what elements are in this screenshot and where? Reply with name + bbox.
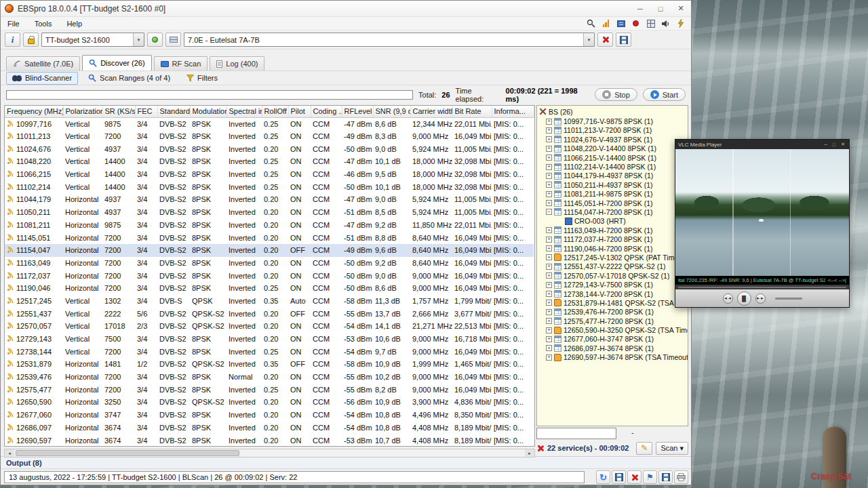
expand-icon[interactable]: + (546, 327, 552, 333)
device-status-button[interactable] (147, 33, 163, 47)
close-button[interactable]: ✕ (671, 1, 691, 16)
vlc-title-bar[interactable]: VLC Media Player ─ □ ✕ (675, 140, 849, 149)
transponder-item[interactable]: +12677,060-H-3747 8PSK (1) (539, 335, 688, 344)
transponder-item[interactable]: +12650,590-H-3250 QPSK-S2 (TSA Timeout) (539, 325, 688, 334)
transponder-row[interactable]: 11154,047Horizontal72003/4DVB-S28PSKInve… (5, 244, 534, 257)
vlc-minimize-icon[interactable]: ─ (823, 142, 829, 147)
transponder-item[interactable]: +10997,716-V-9875 8PSK (1) (539, 117, 688, 125)
expand-icon[interactable]: + (546, 309, 552, 315)
transponder-row[interactable]: 11102,214Vertical144003/4DVB-S28PSKInver… (5, 180, 534, 193)
column-header[interactable]: RollOff (262, 106, 288, 117)
transponder-item[interactable]: +12729,143-V-7500 8PSK (1) (539, 280, 688, 289)
column-header[interactable]: Informa... (492, 106, 534, 117)
expand-icon[interactable]: + (546, 291, 552, 297)
search-icon[interactable] (586, 18, 596, 28)
transponder-row[interactable]: 10997,716Vertical98753/4DVB-S28PSKInvert… (5, 117, 534, 130)
scrollbar-thumb[interactable] (16, 450, 239, 456)
menu-file[interactable]: File (6, 18, 21, 29)
transponder-item[interactable]: +11190,046-H-7200 8PSK (1) (539, 244, 688, 253)
tree-root[interactable]: BS (26) (539, 107, 688, 116)
column-header[interactable]: Frequency (MHz) (5, 106, 63, 117)
transponder-item[interactable]: +12517,245-V-1302 QPSK (PAT Timeout) (539, 253, 688, 262)
title-bar[interactable]: EBSpro 18.0.0.4 [TT-budget S2-1600 #0] ─… (1, 1, 691, 17)
satellite-select[interactable]: 7.0E - Eutelsat 7A-7B ▼ (184, 33, 595, 47)
transponder-row[interactable]: 11066,215Vertical144003/4DVB-S28PSKInver… (5, 168, 534, 181)
vlc-next-button[interactable]: ►► (755, 293, 766, 304)
expand-icon[interactable]: + (546, 272, 552, 279)
column-header[interactable]: SR (KS/s) (102, 106, 135, 117)
signal-meter-icon[interactable] (601, 18, 611, 28)
transponder-item[interactable]: +11172,037-H-7200 8PSK (1) (539, 235, 688, 243)
expand-icon[interactable]: + (546, 345, 552, 351)
transponder-item[interactable]: +12575,477-H-7200 8PSK (1) (539, 317, 688, 325)
transponder-item[interactable]: +11102,214-V-14400 8PSK (1) (539, 162, 688, 171)
expand-icon[interactable]: + (546, 245, 552, 251)
edit-button[interactable]: ✎ (636, 442, 652, 455)
tab-log[interactable]: Log (400) (210, 56, 264, 70)
transponder-item[interactable]: +11145,051-H-7200 8PSK (1) (539, 199, 688, 207)
record-icon[interactable] (631, 18, 641, 28)
expand-icon[interactable]: + (546, 237, 552, 243)
menu-help[interactable]: Help (65, 18, 83, 29)
expand-icon[interactable]: + (546, 146, 552, 152)
column-header[interactable]: Polarization (63, 106, 102, 117)
transponder-row[interactable]: 12539,476Horizontal72003/4DVB-S28PSKNorm… (5, 371, 534, 384)
flag-button[interactable]: ⚑ (643, 470, 657, 484)
transponder-row[interactable]: 12677,060Horizontal37473/4DVB-S28PSKInve… (5, 409, 534, 422)
transponder-item[interactable]: +12570,057-V-17018 QPSK-S2 (1) (539, 271, 688, 280)
vlc-volume-slider[interactable] (775, 298, 802, 300)
tab-satellite[interactable]: Satellite (7.0E) (6, 56, 80, 70)
delete-satellite-button[interactable] (597, 33, 613, 47)
transponder-row[interactable]: 12575,477Horizontal72003/4DVB-S28PSKInve… (5, 383, 534, 396)
scroll-left-icon[interactable]: ◄ (5, 449, 14, 457)
expand-icon[interactable]: + (546, 254, 552, 260)
transponder-row[interactable]: 11024,676Vertical49373/4DVB-S28PSKInvert… (5, 142, 534, 155)
transponder-row[interactable]: 11048,220Vertical144003/4DVB-S28PSKInver… (5, 155, 534, 168)
vlc-close-icon[interactable]: ✕ (840, 142, 846, 147)
lock-button[interactable] (23, 33, 39, 47)
table-horizontal-scrollbar[interactable]: ◄ ► (4, 449, 535, 458)
menu-tools[interactable]: Tools (33, 18, 54, 29)
expand-icon[interactable]: + (546, 300, 552, 306)
transponder-item[interactable]: +11066,215-V-14400 8PSK (1) (539, 153, 688, 162)
minimize-button[interactable]: ─ (630, 1, 650, 16)
transponder-row[interactable]: 12738,144Vertical72003/4DVB-S28PSKInvert… (5, 345, 534, 358)
transponder-item[interactable]: +12686,097-H-3674 8PSK (1) (539, 344, 688, 352)
expand-icon[interactable]: + (546, 182, 552, 188)
power-bolt-icon[interactable] (675, 18, 686, 28)
save-output-button[interactable] (658, 470, 673, 484)
expand-icon[interactable]: + (546, 264, 552, 270)
maximize-button[interactable]: □ (650, 1, 671, 16)
expand-icon[interactable]: + (546, 227, 552, 233)
tuner-card-button[interactable] (165, 33, 181, 47)
transponder-row[interactable]: 12729,143Vertical75003/4DVB-S28PSKInvert… (5, 333, 534, 346)
transponder-item[interactable]: +12690,597-H-3674 8PSK (TSA Timeout) (539, 353, 688, 362)
transponder-item[interactable]: +11024,676-V-4937 8PSK (1) (539, 135, 688, 144)
expand-icon[interactable]: + (546, 119, 552, 125)
chart-icon[interactable] (616, 18, 626, 28)
subtab-blind-scanner[interactable]: Blind-Scanner (6, 72, 78, 85)
channel-grid-icon[interactable] (646, 18, 656, 28)
vlc-seek-bar[interactable] (675, 285, 849, 289)
transponder-item[interactable]: +11081,211-H-9875 8PSK (1) (539, 190, 688, 199)
scan-button[interactable]: Scan ▾ (656, 442, 688, 455)
vlc-video-frame[interactable] (675, 149, 849, 276)
transponder-item[interactable]: +11050,211-H-4937 8PSK (1) (539, 180, 688, 189)
vlc-window[interactable]: VLC Media Player ─ □ ✕ ital 7200,235 /RF… (675, 139, 850, 308)
column-header[interactable]: Bit Rate (452, 106, 492, 117)
scroll-right-icon[interactable]: ► (525, 449, 534, 457)
column-header[interactable]: SNR (9,9 dB) (373, 106, 410, 117)
subtab-filters[interactable]: Filters (180, 72, 224, 85)
audio-icon[interactable] (660, 18, 671, 28)
save-satellite-button[interactable] (616, 33, 631, 47)
expand-icon[interactable]: + (546, 354, 552, 361)
transponder-item[interactable]: −11154,047-H-7200 8PSK (1) (539, 207, 688, 216)
transponder-item[interactable]: +11048,220-V-14400 8PSK (1) (539, 144, 688, 153)
column-header[interactable]: FEC (135, 106, 157, 117)
info-button[interactable]: i (5, 33, 20, 47)
print-button[interactable] (674, 470, 688, 484)
expand-icon[interactable]: + (546, 282, 552, 288)
transponder-row[interactable]: 11011,213Vertical72003/4DVB-S28PSKInvert… (5, 130, 534, 143)
tab-discover[interactable]: Discover (26) (82, 55, 151, 70)
tab-rf-scan[interactable]: RF Scan (154, 56, 208, 70)
